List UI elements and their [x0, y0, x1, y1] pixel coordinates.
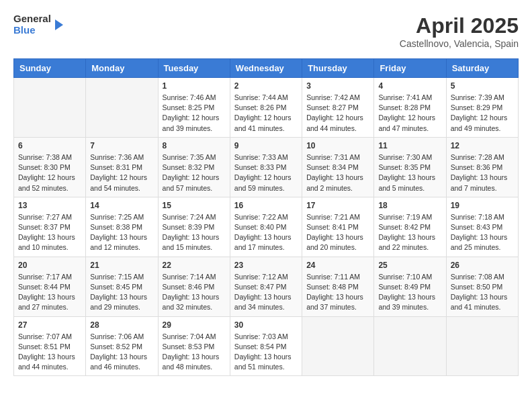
logo-blue: Blue — [13, 25, 51, 36]
day-number: 20 — [18, 261, 81, 270]
calendar-cell: 9Sunrise: 7:33 AMSunset: 8:33 PMDaylight… — [230, 137, 302, 197]
calendar-cell: 6Sunrise: 7:38 AMSunset: 8:30 PMDaylight… — [14, 137, 86, 197]
day-number: 14 — [90, 201, 153, 210]
weekday-header-sunday: Sunday — [14, 59, 86, 78]
day-number: 27 — [18, 320, 81, 330]
calendar-cell: 8Sunrise: 7:35 AMSunset: 8:32 PMDaylight… — [158, 137, 230, 197]
day-info: Sunrise: 7:07 AMSunset: 8:51 PMDaylight:… — [18, 332, 81, 373]
main-title: April 2025 — [400, 13, 519, 38]
calendar-cell: 27Sunrise: 7:07 AMSunset: 8:51 PMDayligh… — [14, 316, 86, 376]
day-info: Sunrise: 7:35 AMSunset: 8:32 PMDaylight:… — [163, 152, 226, 193]
calendar-cell: 7Sunrise: 7:36 AMSunset: 8:31 PMDaylight… — [86, 137, 158, 197]
weekday-header-monday: Monday — [86, 59, 158, 78]
day-number: 30 — [234, 320, 298, 330]
day-number: 1 — [163, 81, 226, 91]
calendar-cell — [302, 316, 374, 376]
day-number: 22 — [163, 261, 226, 270]
day-info: Sunrise: 7:46 AMSunset: 8:25 PMDaylight:… — [163, 93, 226, 134]
weekday-header-tuesday: Tuesday — [158, 59, 230, 78]
day-info: Sunrise: 7:27 AMSunset: 8:37 PMDaylight:… — [18, 212, 81, 253]
day-info: Sunrise: 7:06 AMSunset: 8:52 PMDaylight:… — [90, 332, 153, 373]
day-number: 2 — [234, 81, 298, 91]
day-info: Sunrise: 7:11 AMSunset: 8:48 PMDaylight:… — [306, 272, 369, 313]
day-info: Sunrise: 7:30 AMSunset: 8:35 PMDaylight:… — [378, 152, 441, 193]
day-info: Sunrise: 7:03 AMSunset: 8:54 PMDaylight:… — [234, 332, 298, 373]
day-number: 11 — [378, 141, 441, 150]
day-number: 13 — [18, 201, 81, 210]
day-number: 23 — [234, 261, 298, 270]
day-number: 21 — [90, 261, 153, 270]
calendar-cell: 25Sunrise: 7:10 AMSunset: 8:49 PMDayligh… — [374, 257, 446, 316]
logo-text: General Blue — [13, 13, 51, 36]
day-info: Sunrise: 7:36 AMSunset: 8:31 PMDaylight:… — [90, 152, 153, 193]
day-info: Sunrise: 7:24 AMSunset: 8:39 PMDaylight:… — [163, 212, 226, 253]
day-info: Sunrise: 7:44 AMSunset: 8:26 PMDaylight:… — [234, 93, 298, 134]
day-info: Sunrise: 7:14 AMSunset: 8:46 PMDaylight:… — [163, 272, 226, 313]
day-number: 5 — [451, 81, 514, 91]
day-info: Sunrise: 7:31 AMSunset: 8:34 PMDaylight:… — [306, 152, 369, 193]
calendar-cell — [446, 316, 518, 376]
day-number: 28 — [90, 320, 153, 330]
day-info: Sunrise: 7:08 AMSunset: 8:50 PMDaylight:… — [451, 272, 514, 313]
logo-arrow-icon — [55, 19, 63, 30]
day-number: 18 — [378, 201, 441, 210]
title-block: April 2025 Castellnovo, Valencia, Spain — [400, 13, 519, 49]
day-info: Sunrise: 7:04 AMSunset: 8:53 PMDaylight:… — [163, 332, 226, 373]
calendar-cell: 1Sunrise: 7:46 AMSunset: 8:25 PMDaylight… — [158, 78, 230, 138]
calendar-week-3: 13Sunrise: 7:27 AMSunset: 8:37 PMDayligh… — [14, 197, 519, 257]
day-info: Sunrise: 7:22 AMSunset: 8:40 PMDaylight:… — [234, 212, 298, 253]
calendar-cell: 14Sunrise: 7:25 AMSunset: 8:38 PMDayligh… — [86, 197, 158, 257]
calendar-cell — [86, 78, 158, 138]
day-number: 9 — [234, 141, 298, 150]
day-info: Sunrise: 7:19 AMSunset: 8:42 PMDaylight:… — [378, 212, 441, 253]
logo-general: General — [13, 13, 51, 25]
calendar-cell: 21Sunrise: 7:15 AMSunset: 8:45 PMDayligh… — [86, 257, 158, 316]
calendar-table: SundayMondayTuesdayWednesdayThursdayFrid… — [13, 58, 519, 376]
calendar-cell — [14, 78, 86, 138]
calendar-cell: 20Sunrise: 7:17 AMSunset: 8:44 PMDayligh… — [14, 257, 86, 316]
calendar-cell: 2Sunrise: 7:44 AMSunset: 8:26 PMDaylight… — [230, 78, 302, 138]
day-info: Sunrise: 7:25 AMSunset: 8:38 PMDaylight:… — [90, 212, 153, 253]
day-number: 10 — [306, 141, 369, 150]
weekday-header-saturday: Saturday — [446, 59, 518, 78]
day-info: Sunrise: 7:38 AMSunset: 8:30 PMDaylight:… — [18, 152, 81, 193]
calendar-cell: 5Sunrise: 7:39 AMSunset: 8:29 PMDaylight… — [446, 78, 518, 138]
calendar-cell: 16Sunrise: 7:22 AMSunset: 8:40 PMDayligh… — [230, 197, 302, 257]
day-info: Sunrise: 7:41 AMSunset: 8:28 PMDaylight:… — [378, 93, 441, 134]
day-number: 8 — [163, 141, 226, 150]
logo: General Blue — [13, 13, 63, 36]
day-number: 19 — [451, 201, 514, 210]
day-number: 29 — [163, 320, 226, 330]
subtitle: Castellnovo, Valencia, Spain — [400, 38, 519, 49]
day-info: Sunrise: 7:18 AMSunset: 8:43 PMDaylight:… — [451, 212, 514, 253]
day-number: 17 — [306, 201, 369, 210]
calendar-cell: 24Sunrise: 7:11 AMSunset: 8:48 PMDayligh… — [302, 257, 374, 316]
calendar-week-2: 6Sunrise: 7:38 AMSunset: 8:30 PMDaylight… — [14, 137, 519, 197]
day-info: Sunrise: 7:39 AMSunset: 8:29 PMDaylight:… — [451, 93, 514, 134]
calendar-cell: 15Sunrise: 7:24 AMSunset: 8:39 PMDayligh… — [158, 197, 230, 257]
calendar-cell: 28Sunrise: 7:06 AMSunset: 8:52 PMDayligh… — [86, 316, 158, 376]
day-info: Sunrise: 7:15 AMSunset: 8:45 PMDaylight:… — [90, 272, 153, 313]
day-info: Sunrise: 7:10 AMSunset: 8:49 PMDaylight:… — [378, 272, 441, 313]
calendar-cell: 18Sunrise: 7:19 AMSunset: 8:42 PMDayligh… — [374, 197, 446, 257]
calendar-cell: 4Sunrise: 7:41 AMSunset: 8:28 PMDaylight… — [374, 78, 446, 138]
day-info: Sunrise: 7:42 AMSunset: 8:27 PMDaylight:… — [306, 93, 369, 134]
calendar-cell: 30Sunrise: 7:03 AMSunset: 8:54 PMDayligh… — [230, 316, 302, 376]
day-number: 4 — [378, 81, 441, 91]
calendar-cell: 3Sunrise: 7:42 AMSunset: 8:27 PMDaylight… — [302, 78, 374, 138]
day-number: 15 — [163, 201, 226, 210]
calendar-cell: 19Sunrise: 7:18 AMSunset: 8:43 PMDayligh… — [446, 197, 518, 257]
day-number: 25 — [378, 261, 441, 270]
calendar-cell: 11Sunrise: 7:30 AMSunset: 8:35 PMDayligh… — [374, 137, 446, 197]
calendar-cell: 26Sunrise: 7:08 AMSunset: 8:50 PMDayligh… — [446, 257, 518, 316]
day-info: Sunrise: 7:12 AMSunset: 8:47 PMDaylight:… — [234, 272, 298, 313]
weekday-header-wednesday: Wednesday — [230, 59, 302, 78]
day-number: 26 — [451, 261, 514, 270]
day-number: 3 — [306, 81, 369, 91]
calendar-week-5: 27Sunrise: 7:07 AMSunset: 8:51 PMDayligh… — [14, 316, 519, 376]
page-header: General Blue April 2025 Castellnovo, Val… — [13, 13, 519, 49]
day-number: 16 — [234, 201, 298, 210]
day-info: Sunrise: 7:17 AMSunset: 8:44 PMDaylight:… — [18, 272, 81, 313]
calendar-week-1: 1Sunrise: 7:46 AMSunset: 8:25 PMDaylight… — [14, 78, 519, 138]
calendar-cell: 10Sunrise: 7:31 AMSunset: 8:34 PMDayligh… — [302, 137, 374, 197]
